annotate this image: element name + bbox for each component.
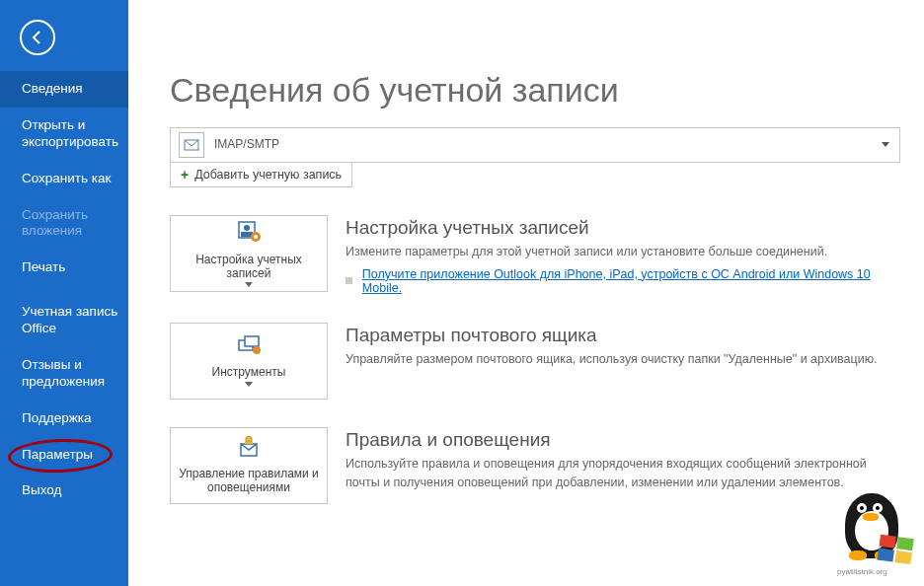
- section-link-row: Получите приложение Outlook для iPhone, …: [346, 267, 902, 295]
- section-title: Правила и оповещения: [346, 429, 902, 451]
- tile-label: Настройка учетных записей: [175, 254, 323, 281]
- tile-account-settings[interactable]: Настройка учетных записей: [170, 215, 328, 292]
- chevron-down-icon: [245, 282, 253, 287]
- section-rules-alerts: Управление правилами и оповещениями Прав…: [170, 427, 902, 504]
- account-selector[interactable]: IMAP/SMTP: [170, 127, 900, 163]
- svg-point-2: [244, 225, 250, 231]
- rules-alerts-icon: [235, 436, 263, 464]
- section-description: Используйте правила и оповещения для упо…: [346, 455, 902, 492]
- nav-options[interactable]: Параметры: [0, 437, 128, 474]
- nav-office-account[interactable]: Учетная запись Office: [0, 294, 128, 347]
- tile-label: Управление правилами и оповещениями: [175, 468, 323, 495]
- arrow-left-icon: [30, 30, 45, 45]
- chevron-down-icon: [245, 382, 253, 387]
- nav-info[interactable]: Сведения: [0, 71, 128, 108]
- section-mailbox-settings: Инструменты Параметры почтового ящика Уп…: [170, 323, 902, 400]
- nav-save-as[interactable]: Сохранить как: [0, 161, 128, 197]
- tile-label: Инструменты: [212, 366, 286, 380]
- tools-icon: [235, 334, 263, 362]
- svg-point-5: [254, 235, 258, 239]
- section-title: Параметры почтового ящика: [346, 325, 902, 346]
- section-title: Настройка учетных записей: [346, 217, 902, 239]
- svg-point-8: [253, 346, 261, 354]
- nav-save-attachments: Сохранить вложения: [0, 197, 128, 251]
- page-title: Сведения об учетной записи: [170, 71, 902, 110]
- svg-rect-10: [245, 442, 253, 444]
- svg-rect-7: [245, 336, 259, 346]
- user-settings-icon: [235, 220, 263, 250]
- tile-tools[interactable]: Инструменты: [170, 323, 328, 400]
- watermark-text: pyatilistnik.org: [837, 567, 887, 576]
- back-button[interactable]: [20, 20, 55, 55]
- add-account-button[interactable]: + Добавить учетную запись: [170, 162, 352, 187]
- section-description: Управляйте размером почтового ящика, исп…: [346, 350, 902, 369]
- mail-account-icon: [179, 132, 204, 158]
- main-panel: Сведения об учетной записи IMAP/SMTP + Д…: [128, 0, 924, 586]
- add-account-label: Добавить учетную запись: [194, 168, 342, 182]
- nav-exit[interactable]: Выход: [0, 473, 128, 509]
- section-account-settings: Настройка учетных записей Настройка учет…: [170, 215, 902, 295]
- nav-feedback[interactable]: Отзывы и предложения: [0, 347, 128, 401]
- sidebar: Сведения Открыть и экспортировать Сохран…: [0, 0, 128, 586]
- outlook-app-link[interactable]: Получите приложение Outlook для iPhone, …: [362, 267, 902, 295]
- chevron-down-icon: [882, 142, 889, 147]
- nav-open-export[interactable]: Открыть и экспортировать: [0, 108, 128, 161]
- section-description: Измените параметры для этой учетной запи…: [346, 243, 902, 261]
- nav-support[interactable]: Поддержка: [0, 401, 128, 437]
- tile-rules-alerts[interactable]: Управление правилами и оповещениями: [170, 427, 328, 504]
- account-protocol: IMAP/SMTP: [214, 138, 279, 151]
- plus-icon: +: [181, 167, 189, 183]
- watermark-logo: pyatilistnik.org: [827, 489, 916, 578]
- account-info: IMAP/SMTP: [214, 138, 279, 151]
- bullet-icon: [346, 277, 352, 284]
- nav-print[interactable]: Печать: [0, 250, 128, 286]
